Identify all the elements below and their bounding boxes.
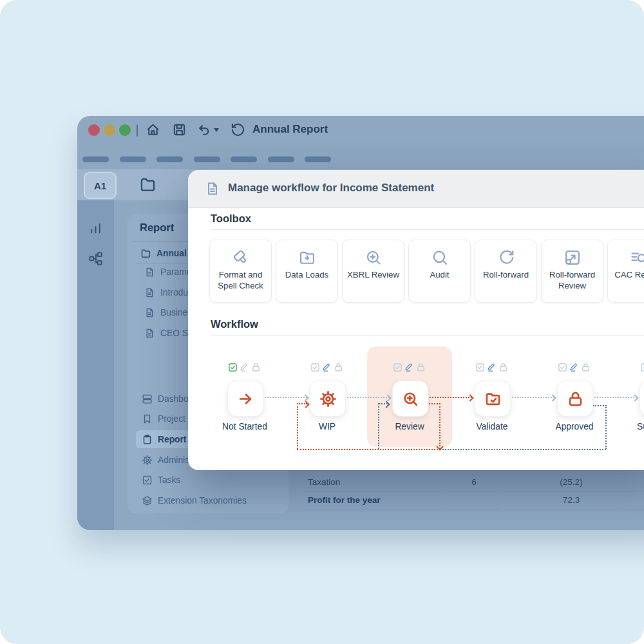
tool-label: XBRL Review: [345, 270, 402, 281]
step-status-icons: [393, 363, 428, 373]
close-window-button[interactable]: [88, 124, 100, 136]
step-label: Submitted: [618, 422, 644, 431]
step-label: Approved: [536, 422, 613, 431]
pencil-icon: [569, 363, 579, 372]
undo-icon[interactable]: [197, 122, 212, 137]
file-icon: [144, 287, 155, 298]
ribbon-pill-button[interactable]: [305, 156, 331, 162]
sidebar-heading: Report: [140, 222, 174, 234]
tool-label: Roll-forward Review: [544, 270, 601, 291]
step-label: Not Started: [206, 422, 283, 431]
zoom-plus-icon: [365, 249, 383, 267]
dashboard-icon: [142, 393, 153, 404]
income-statement-table: Taxation 6 (25.2) Profit for the year 72…: [304, 472, 644, 517]
tool-label: Data Loads: [278, 270, 336, 281]
rollback-path: [593, 405, 606, 406]
step-status-icons: [475, 363, 510, 373]
folder-icon[interactable]: [139, 176, 156, 193]
sidebar-item-tasks[interactable]: Tasks: [142, 471, 285, 489]
tool-card-xbrl-review[interactable]: XBRL Review: [342, 240, 404, 303]
arrow-head-icon: [549, 394, 556, 401]
file-icon: [144, 267, 155, 278]
checkbox-icon: [393, 363, 402, 372]
arrow-head-icon: [466, 394, 473, 401]
ribbon-pill-button[interactable]: [120, 156, 146, 162]
tool-label: Audit: [411, 270, 468, 281]
lock-icon: [567, 390, 584, 408]
tool-card-roll-forward[interactable]: Roll-forward: [475, 240, 537, 303]
rollback-path: [440, 449, 606, 450]
toolbox-heading: Toolbox: [211, 213, 251, 225]
maximize-window-button[interactable]: [119, 124, 131, 136]
home-icon[interactable]: [146, 122, 160, 137]
lock-icon: [498, 363, 508, 372]
workflow-step-wip[interactable]: [310, 381, 346, 417]
document-icon: [205, 181, 220, 196]
checkbox-icon: [310, 363, 320, 372]
workflow-step-validate[interactable]: [475, 381, 511, 417]
ribbon-pill-button[interactable]: [156, 156, 183, 162]
arrow-head-icon: [631, 394, 638, 401]
titlebar: Annual Report: [77, 116, 644, 156]
manage-workflow-dialog: Manage workflow for Income Statement Too…: [188, 170, 644, 470]
checkbox-icon: [640, 363, 644, 372]
step-status-icons: [228, 363, 263, 373]
ribbon-pill-button[interactable]: [82, 156, 109, 162]
tool-label: Roll-forward: [477, 270, 535, 281]
tool-card-format-and-spell-check[interactable]: Format and Spell Check: [209, 240, 272, 303]
caret-down-icon[interactable]: [214, 128, 219, 132]
window-title: Annual Report: [252, 123, 328, 136]
checkbox-icon: [558, 363, 567, 372]
pencil-icon: [240, 363, 249, 372]
clipboard-icon: [142, 434, 153, 445]
checkbox-icon: [228, 363, 238, 372]
checkbox-icon: [142, 475, 153, 486]
lock-icon: [416, 363, 426, 372]
tool-label: Format and Spell Check: [212, 270, 269, 291]
tool-card-data-loads[interactable]: Data Loads: [276, 240, 338, 303]
minimize-window-button[interactable]: [104, 124, 115, 136]
pencil-icon: [404, 363, 414, 372]
ribbon-pill-button[interactable]: [268, 156, 294, 162]
step-status-icons: [558, 363, 592, 373]
folder-download-icon: [298, 249, 316, 267]
file-icon: [144, 328, 155, 339]
save-icon[interactable]: [172, 122, 187, 137]
tool-label: CAC Review: [610, 270, 644, 281]
step-status-icons: [640, 363, 644, 373]
step-label: Review: [371, 422, 448, 431]
workflow-step-review[interactable]: [392, 381, 428, 417]
folder-icon: [140, 248, 151, 259]
rollback-path: [427, 403, 440, 404]
titlebar-divider: [137, 124, 138, 137]
search-icon: [431, 249, 449, 267]
table-value: 72.3: [504, 495, 639, 505]
refresh-icon[interactable]: [231, 122, 245, 137]
hierarchy-icon[interactable]: [88, 251, 103, 266]
tool-card-cac-review[interactable]: CAC Review: [607, 240, 644, 303]
left-rail: [77, 200, 114, 530]
bar-chart-icon[interactable]: [88, 221, 103, 236]
format-brush-icon: [232, 249, 250, 267]
workflow-step-submitted[interactable]: [639, 381, 644, 417]
workflow-heading: Workflow: [211, 318, 258, 330]
tool-card-audit[interactable]: Audit: [408, 240, 471, 303]
dialog-title: Manage workflow for Income Statement: [228, 182, 434, 194]
table-row-label: Taxation: [308, 477, 340, 487]
arrow-head-icon: [302, 401, 309, 408]
folder-check-icon: [484, 390, 502, 408]
cell-reference[interactable]: A1: [84, 172, 117, 199]
workflow-step-not-started[interactable]: [227, 381, 263, 417]
ribbon-pill-button[interactable]: [231, 156, 257, 162]
divider: [211, 229, 644, 230]
tool-card-roll-forward-review[interactable]: Roll-forward Review: [541, 240, 603, 303]
lock-icon: [334, 363, 343, 372]
step-label: Validate: [453, 422, 531, 431]
workflow-step-approved[interactable]: [557, 381, 593, 417]
checkbox-icon: [475, 363, 485, 372]
gear-icon: [319, 390, 337, 408]
ribbon-pill-button[interactable]: [194, 156, 220, 162]
sidebar-item-extension-taxonomies[interactable]: Extension Taxonomies: [142, 492, 285, 510]
table-note: 6: [447, 477, 501, 487]
page-background: Annual Report A1 Report Annual RParameIn…: [0, 0, 644, 644]
